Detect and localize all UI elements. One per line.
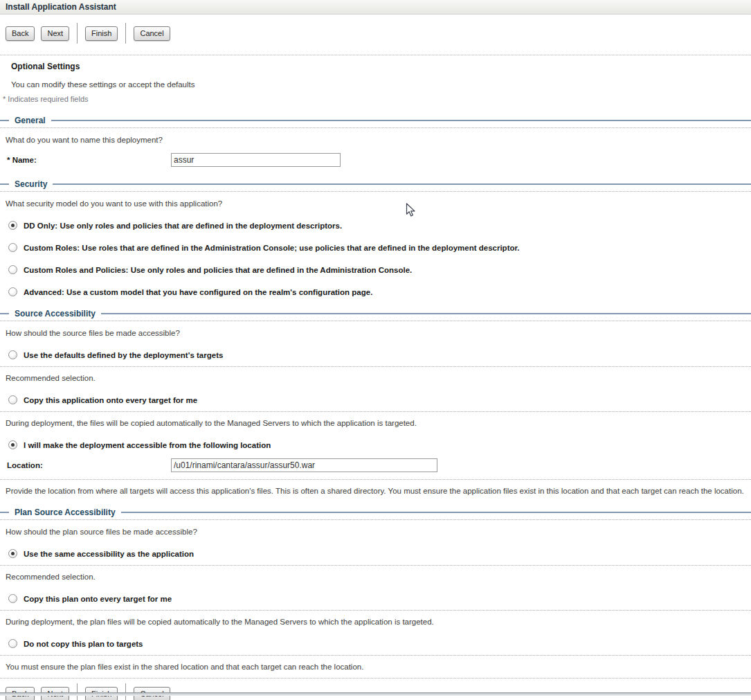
radio-button[interactable] <box>8 287 17 296</box>
radio-button[interactable] <box>8 265 17 274</box>
radio-option-do-not-copy-plan[interactable]: Do not copy this plan to targets <box>8 639 751 648</box>
separator <box>0 655 751 656</box>
radio-button[interactable] <box>8 440 17 449</box>
toolbar-divider <box>77 683 78 700</box>
separator <box>0 127 751 128</box>
radio-option-custom-roles[interactable]: Custom Roles: Use roles that are defined… <box>8 243 751 252</box>
section-rule <box>121 512 751 513</box>
page-subheading: You can modify these settings or accept … <box>11 80 751 89</box>
option-note: During deployment, the plan files will b… <box>6 618 751 626</box>
section-rule <box>51 120 751 121</box>
toolbar-divider <box>125 683 126 700</box>
page-heading: Optional Settings <box>11 62 751 71</box>
radio-button[interactable] <box>8 395 17 404</box>
section-rule <box>101 313 751 314</box>
separator <box>0 321 751 321</box>
separator <box>0 55 751 55</box>
section-header-source-accessibility: Source Accessibility <box>0 308 751 318</box>
cancel-button[interactable]: Cancel <box>134 26 170 41</box>
section-title-plan-source-accessibility: Plan Source Accessibility <box>15 508 116 517</box>
radio-option-advanced[interactable]: Advanced: Use a custom model that you ha… <box>8 287 751 296</box>
section-dash <box>0 313 9 314</box>
separator <box>0 366 751 367</box>
option-note: Recommended selection. <box>6 374 751 382</box>
option-note: During deployment, the files will be cop… <box>6 419 751 427</box>
name-input[interactable] <box>171 153 341 167</box>
bottom-divider-bar <box>0 692 751 696</box>
radio-button[interactable] <box>8 221 17 230</box>
radio-option-accessible-location[interactable]: I will make the deployment accessible fr… <box>8 440 751 449</box>
section-header-security: Security <box>0 179 751 189</box>
option-note: You must ensure the plan files exist in … <box>6 663 751 671</box>
radio-option-label: DD Only: Use only roles and policies tha… <box>24 222 342 230</box>
radio-option-same-accessibility[interactable]: Use the same accessibility as the applic… <box>8 549 751 558</box>
radio-option-use-defaults[interactable]: Use the defaults defined by the deployme… <box>8 350 751 359</box>
section-header-plan-source-accessibility: Plan Source Accessibility <box>0 507 751 517</box>
section-header-general: General <box>0 115 751 125</box>
name-field-row: * Name: <box>7 153 751 167</box>
toolbar-divider <box>77 23 78 44</box>
toolbar-bottom: Back Next Finish Cancel <box>0 679 751 700</box>
section-dash <box>0 120 9 121</box>
radio-option-label: Advanced: Use a custom model that you ha… <box>24 288 372 296</box>
radio-option-label: Copy this application onto every target … <box>24 396 197 404</box>
location-input[interactable] <box>171 458 437 472</box>
separator <box>0 519 751 520</box>
location-field-row: Location: <box>7 458 751 472</box>
option-note: Provide the location from where all targ… <box>6 487 751 495</box>
section-dash <box>0 512 9 513</box>
radio-option-label: Use the same accessibility as the applic… <box>24 550 194 558</box>
page-title-bar: Install Application Assistant <box>0 0 751 15</box>
location-label: Location: <box>7 461 171 469</box>
general-question: What do you want to name this deployment… <box>6 136 751 144</box>
radio-option-dd-only[interactable]: DD Only: Use only roles and policies tha… <box>8 221 751 230</box>
radio-option-label: Use the defaults defined by the deployme… <box>24 351 223 359</box>
security-question: What security model do you want to use w… <box>6 199 751 208</box>
finish-button[interactable]: Finish <box>85 26 118 41</box>
separator <box>0 610 751 611</box>
back-button[interactable]: Back <box>6 26 35 41</box>
section-title-general: General <box>15 116 46 125</box>
section-title-security: Security <box>15 179 47 189</box>
separator <box>0 411 751 412</box>
radio-option-label: Copy this plan onto every target for me <box>24 595 172 603</box>
section-title-source-accessibility: Source Accessibility <box>15 309 96 318</box>
separator <box>0 479 751 480</box>
next-button[interactable]: Next <box>41 26 69 41</box>
radio-option-label: Do not copy this plan to targets <box>24 640 143 648</box>
radio-option-label: I will make the deployment accessible fr… <box>24 441 271 449</box>
page-title: Install Application Assistant <box>6 2 116 12</box>
radio-option-copy-application[interactable]: Copy this application onto every target … <box>8 395 751 404</box>
mouse-cursor <box>406 203 417 218</box>
separator <box>0 565 751 566</box>
required-fields-note: * Indicates required fields <box>3 95 751 103</box>
radio-button[interactable] <box>8 243 17 252</box>
radio-option-label: Custom Roles and Policies: Use only role… <box>24 266 412 274</box>
section-dash <box>0 183 9 185</box>
separator <box>0 191 751 192</box>
plan-source-accessibility-question: How should the plan source files be made… <box>6 528 751 536</box>
name-label: * Name: <box>7 156 171 164</box>
radio-button[interactable] <box>8 549 17 558</box>
option-note: Recommended selection. <box>6 573 751 581</box>
toolbar-divider <box>125 23 126 44</box>
radio-button[interactable] <box>8 594 17 603</box>
radio-button[interactable] <box>8 350 17 359</box>
radio-option-copy-plan[interactable]: Copy this plan onto every target for me <box>8 594 751 603</box>
radio-option-label: Custom Roles: Use roles that are defined… <box>24 244 520 252</box>
source-accessibility-question: How should the source files be made acce… <box>6 329 751 337</box>
radio-option-custom-roles-policies[interactable]: Custom Roles and Policies: Use only role… <box>8 265 751 274</box>
radio-button[interactable] <box>8 639 17 648</box>
section-rule <box>53 183 751 185</box>
toolbar-top: Back Next Finish Cancel <box>0 15 751 50</box>
